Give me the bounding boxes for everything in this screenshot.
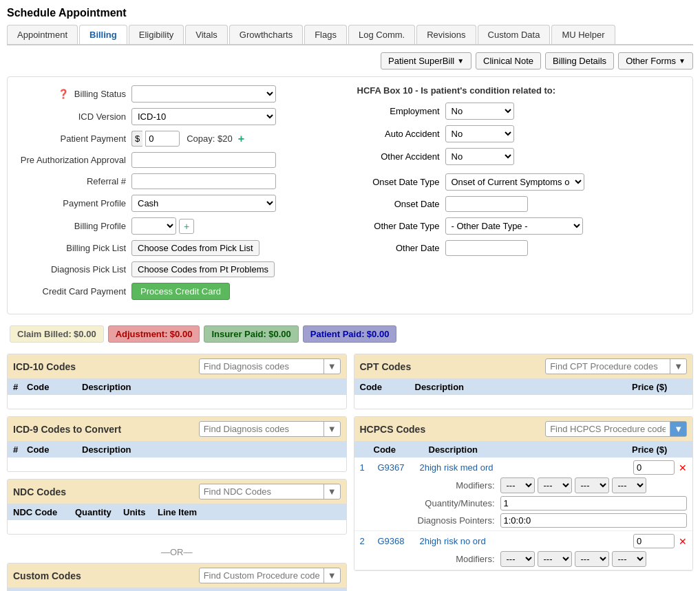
payment-input[interactable] [145,131,180,147]
employment-row: Employment No [357,103,685,120]
referral-label: Referral # [16,176,126,186]
hcpcs-header: HCPCS Codes ▼ [354,417,693,442]
other-forms-button[interactable]: Other Forms ▼ [618,52,693,69]
tab-appointment[interactable]: Appointment [7,25,78,44]
clinical-note-button[interactable]: Clinical Note [476,52,541,69]
codes-container: ICD-10 Codes ▼ # Code Description ICD-9 … [7,354,693,591]
modifier-select-1c[interactable]: --- [575,477,609,493]
other-date-type-select[interactable]: - Other Date Type - [445,217,583,235]
col-ndc-code: NDC Code [13,507,75,517]
employment-label: Employment [357,106,440,116]
hcpcs-quantity-row-1: Quantity/Minutes: [360,496,688,511]
modifier-select-1b[interactable]: --- [538,477,572,493]
tab-vitals[interactable]: Vitals [185,25,228,44]
billing-profile-select[interactable] [131,217,176,235]
ndc-find-input[interactable] [200,484,324,499]
hcpcs-code-2[interactable]: G9368 [378,536,416,546]
hcpcs-diag-input-1[interactable] [500,513,688,528]
icd9-find-input[interactable] [200,422,324,436]
ndc-find-wrapper: ▼ [199,484,341,499]
ndc-find-caret[interactable]: ▼ [324,484,340,499]
cpt-find-caret[interactable]: ▼ [670,359,686,374]
other-date-row: Other Date [357,240,685,256]
icd-version-select[interactable]: ICD-10 [131,108,276,125]
hcpcs-price-2[interactable] [633,534,675,548]
tab-muhelper[interactable]: MU Helper [551,25,615,44]
col-code: Code [27,444,82,455]
col-desc: Description [415,382,633,392]
form-right: HCFA Box 10 - Is patient's condition rel… [357,85,685,305]
employment-select[interactable]: No [445,103,514,120]
tab-eligibility[interactable]: Eligibility [129,25,184,44]
help-icon: ❓ [58,89,69,99]
credit-card-row: Credit Card Payment Process Credit Card [16,283,343,300]
modifier-select-2d[interactable]: --- [612,551,646,567]
tab-customdata[interactable]: Custom Data [478,25,551,44]
diagnosis-pick-label: Diagnosis Pick List [16,264,126,275]
diagnosis-pick-button[interactable]: Choose Codes from Pt Problems [131,261,275,277]
icd9-find-caret[interactable]: ▼ [324,422,340,436]
custom-find-caret[interactable]: ▼ [324,568,340,583]
icd10-find-wrapper: ▼ [199,358,341,374]
custom-find-wrapper: ▼ [199,568,341,583]
tab-revisions[interactable]: Revisions [416,25,476,44]
patient-paid: Patient Paid: $0.00 [303,325,397,343]
tab-growthcharts[interactable]: Growthcharts [229,25,303,44]
custom-codes-header: Custom Codes ▼ [8,563,346,588]
ndc-empty [8,520,346,534]
billing-profile-label: Billing Profile [16,221,126,231]
cpt-empty [354,395,693,409]
icd10-find-caret[interactable]: ▼ [324,359,340,374]
custom-find-input[interactable] [200,568,324,583]
modifier-select-2a[interactable]: --- [500,551,535,567]
billing-pick-button[interactable]: Choose Codes from Pick List [131,240,259,256]
hcpcs-delete-1[interactable]: ✕ [679,462,687,473]
modifier-select-1a[interactable]: --- [500,477,535,493]
other-accident-select[interactable]: No [445,148,514,165]
add-billing-profile-button[interactable]: + [179,219,194,234]
hcpcs-desc-2[interactable]: 2high risk no ord [420,536,630,546]
auto-accident-label: Auto Accident [357,129,440,139]
billing-status-select[interactable] [131,85,276,103]
tabs-bar: Appointment Billing Eligibility Vitals G… [7,25,693,45]
referral-input[interactable] [131,173,276,189]
modifier-select-2c[interactable]: --- [575,551,609,567]
insurer-paid: Insurer Paid: $0.00 [204,325,298,343]
col-quantity: Quantity [75,507,123,517]
modifier-select-1d[interactable]: --- [612,477,646,493]
process-credit-card-button[interactable]: Process Credit Card [131,283,230,300]
billing-profile-group: + [131,217,194,235]
icd9-section: ICD-9 Codes to Convert ▼ # Code Descript… [7,416,347,472]
add-payment-button[interactable]: + [238,133,244,145]
tab-logcomm[interactable]: Log Comm. [348,25,415,44]
hcpcs-find-caret[interactable]: ▼ [670,422,686,436]
auto-accident-select[interactable]: No [445,125,514,142]
billing-details-button[interactable]: Billing Details [545,52,614,69]
hcpcs-desc-1[interactable]: 2high risk med ord [420,462,630,473]
onset-date-type-select[interactable]: Onset of Current Symptoms o [445,173,584,191]
pre-auth-input[interactable] [131,152,276,168]
modifiers-label-2: Modifiers: [412,554,495,564]
payment-profile-select[interactable]: Cash [131,195,276,212]
modifier-select-2b[interactable]: --- [538,551,572,567]
form-left: ❓ Billing Status ICD Version ICD-10 Pati… [16,85,343,305]
hcpcs-quantity-input-1[interactable] [500,496,688,511]
col-units: Units [123,507,158,517]
icd9-cols: # Code Description [8,442,346,458]
icd-version-label: ICD Version [16,111,126,122]
icd-version-row: ICD Version ICD-10 [16,108,343,125]
hcpcs-price-1[interactable] [633,460,675,475]
patient-payment-label: Patient Payment [16,133,126,144]
tab-billing[interactable]: Billing [79,25,127,44]
tab-flags[interactable]: Flags [304,25,347,44]
patient-superbill-button[interactable]: Patient SuperBill ▼ [381,52,471,69]
hcpcs-find-input[interactable] [546,422,670,436]
hcpcs-diag-row-1: Diagnosis Pointers: [360,513,688,528]
hcpcs-code-1[interactable]: G9367 [378,462,416,473]
onset-date-input[interactable] [445,196,528,212]
cpt-find-input[interactable] [546,359,670,374]
other-accident-row: Other Accident No [357,148,685,165]
hcpcs-delete-2[interactable]: ✕ [679,536,687,547]
other-date-input[interactable] [445,240,528,256]
icd10-find-input[interactable] [200,359,324,374]
